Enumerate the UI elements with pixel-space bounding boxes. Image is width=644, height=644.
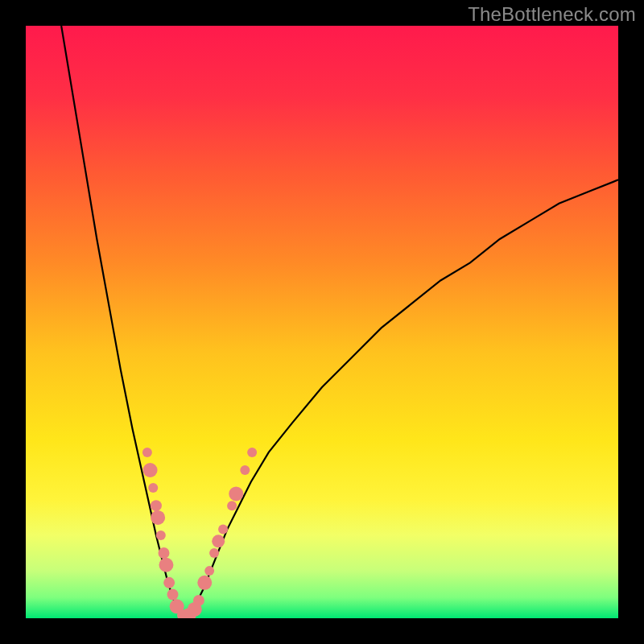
gradient-background (26, 26, 618, 618)
data-marker (227, 501, 237, 510)
data-marker (167, 589, 179, 601)
data-marker (218, 525, 228, 535)
data-marker (148, 483, 158, 493)
data-marker (204, 566, 214, 576)
data-marker (240, 465, 250, 475)
data-marker (163, 577, 175, 588)
chart-frame: TheBottleneck.com (0, 0, 644, 644)
data-marker (212, 535, 225, 547)
data-marker (158, 547, 169, 559)
data-marker (156, 530, 166, 540)
data-marker (143, 463, 158, 477)
data-marker (209, 548, 219, 558)
data-marker (142, 448, 152, 457)
data-marker (229, 486, 243, 501)
data-marker (193, 595, 204, 606)
chart-plot-area (26, 26, 618, 618)
data-marker (197, 576, 212, 590)
data-marker (247, 448, 257, 457)
data-marker (151, 510, 165, 525)
data-marker (151, 500, 162, 511)
bottleneck-chart-svg (26, 26, 618, 618)
data-marker (159, 558, 173, 572)
watermark-text: TheBottleneck.com (468, 3, 636, 26)
